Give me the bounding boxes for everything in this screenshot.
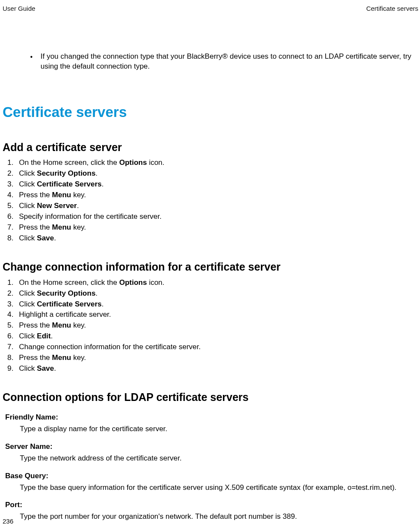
list-item: Click Security Options. (16, 169, 418, 179)
step-bold: Certificate Servers (37, 300, 102, 308)
list-item: On the Home screen, click the Options ic… (16, 158, 418, 168)
section1-title: Add a certificate server (3, 140, 418, 155)
step-post: key. (71, 321, 86, 329)
section3-title: Connection options for LDAP certificate … (3, 390, 418, 405)
section2-title: Change connection information for a cert… (3, 260, 418, 274)
list-item: Press the Menu key. (16, 223, 418, 233)
step-bold: Edit (37, 332, 51, 340)
step-post: . (54, 364, 56, 372)
step-post: . (54, 234, 56, 242)
page-title: Certificate servers (3, 103, 418, 122)
step-post: . (51, 332, 53, 340)
page: User Guide Certificate servers • If you … (0, 0, 420, 530)
header-right: Certificate servers (366, 4, 418, 13)
list-item: Specify information for the certificate … (16, 212, 418, 222)
list-item: Click Security Options. (16, 289, 418, 299)
step-bold: Security Options (37, 289, 96, 297)
step-bold: Options (119, 158, 147, 167)
list-item: Change connection information for the ce… (16, 342, 418, 352)
list-item: Click Edit. (16, 331, 418, 341)
section1-steps: On the Home screen, click the Options ic… (3, 158, 418, 243)
list-item: Highlight a certificate server. (16, 310, 418, 320)
def-term: Server Name (5, 442, 418, 452)
list-item: Click Save. (16, 364, 418, 374)
step-post: . (96, 289, 98, 297)
step-pre: Click (19, 289, 37, 297)
step-bold: Save (37, 234, 54, 242)
page-header: User Guide Certificate servers (0, 4, 420, 13)
def-desc: Type the base query information for the … (20, 483, 418, 493)
list-item: Press the Menu key. (16, 190, 418, 200)
step-post: icon. (147, 158, 165, 167)
def-desc: Type the network address of the certific… (20, 454, 418, 464)
step-bold: Menu (52, 321, 71, 329)
list-item: Click Certificate Servers. (16, 300, 418, 309)
step-pre: Click (19, 180, 37, 188)
page-number: 236 (3, 517, 13, 526)
step-post: . (77, 202, 79, 210)
step-post: key. (71, 353, 86, 362)
step-post: . (102, 300, 104, 308)
bullet-icon: • (30, 52, 41, 62)
intro-bullet-area: • If you changed the connection type tha… (3, 52, 418, 72)
step-bold: Save (37, 364, 54, 372)
step-bold: Security Options (37, 169, 96, 177)
step-pre: Change connection information for the ce… (19, 343, 201, 351)
step-pre: On the Home screen, click the (19, 158, 119, 167)
def-term: Base Query (5, 471, 418, 481)
list-item: On the Home screen, click the Options ic… (16, 278, 418, 288)
step-pre: Press the (19, 191, 52, 199)
step-pre: Click (19, 169, 37, 177)
list-item: Click New Server. (16, 201, 418, 211)
page-content: • If you changed the connection type tha… (0, 52, 420, 522)
def-desc: Type the port number for your organizati… (20, 512, 418, 522)
step-post: . (96, 169, 98, 177)
step-bold: Menu (52, 223, 71, 231)
step-bold: Menu (52, 191, 71, 199)
step-pre: Click (19, 300, 37, 308)
step-post: key. (71, 191, 86, 199)
step-post: . (102, 180, 104, 188)
step-bold: New Server (37, 202, 77, 210)
step-pre: Click (19, 202, 37, 210)
def-term: Friendly Name (5, 413, 418, 423)
step-pre: Specify information for the certificate … (19, 212, 162, 221)
step-pre: Press the (19, 321, 52, 329)
step-pre: Press the (19, 353, 52, 362)
step-bold: Certificate Servers (37, 180, 102, 188)
header-left: User Guide (3, 4, 35, 13)
section2-steps: On the Home screen, click the Options ic… (3, 278, 418, 374)
list-item: Click Save. (16, 233, 418, 243)
definition-list: Friendly Name Type a display name for th… (3, 413, 418, 522)
intro-text: If you changed the connection type that … (41, 52, 417, 72)
list-item: Press the Menu key. (16, 353, 418, 363)
def-desc: Type a display name for the certificate … (20, 424, 418, 434)
step-pre: Press the (19, 223, 52, 231)
list-item: Press the Menu key. (16, 321, 418, 331)
step-pre: Highlight a certificate server. (19, 310, 111, 319)
step-pre: Click (19, 364, 37, 372)
def-term: Port (5, 500, 418, 510)
step-bold: Menu (52, 353, 71, 362)
step-post: icon. (147, 278, 165, 287)
step-bold: Options (119, 278, 147, 287)
step-pre: On the Home screen, click the (19, 278, 119, 287)
step-pre: Click (19, 332, 37, 340)
step-pre: Click (19, 234, 37, 242)
step-post: key. (71, 223, 86, 231)
list-item: Click Certificate Servers. (16, 180, 418, 189)
intro-bullet-row: • If you changed the connection type tha… (3, 52, 418, 72)
